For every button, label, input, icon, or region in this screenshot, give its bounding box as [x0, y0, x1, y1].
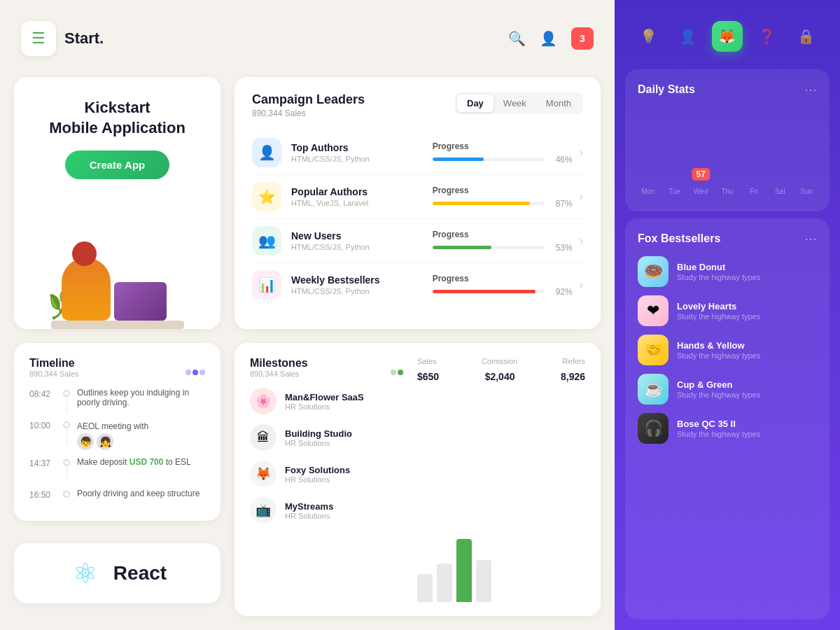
search-icon[interactable]: 🔍 — [508, 30, 526, 47]
leader-row: ⭐ Popular Authors HTML, VueJS, Laravel P… — [252, 175, 583, 219]
progress-bar-bg — [433, 158, 545, 161]
user-icon[interactable]: 👤 — [540, 30, 557, 47]
daily-stats-title: Daily Stats — [638, 83, 695, 96]
progress-bar-fill — [433, 202, 530, 205]
person-panel-icon[interactable]: 👤 — [673, 21, 704, 52]
progress-bar-bg — [433, 290, 545, 293]
timeline-line — [66, 428, 67, 444]
leader-row: 👥 New Users HTML/CSS/JS, Python Progress… — [252, 219, 583, 263]
stats-sales-value: $650 — [417, 371, 439, 382]
milestone-name: Building Studio — [285, 428, 352, 439]
fox-active-icon[interactable]: 🦊 — [712, 21, 743, 52]
tab-day[interactable]: Day — [457, 94, 493, 112]
milestone-item: 🦊 Foxy Solutions HR Solutions — [250, 461, 403, 487]
timeline-circle — [63, 459, 70, 466]
leader-tags: HTML/CSS/JS, Python — [291, 155, 433, 163]
chevron-right-icon[interactable]: › — [580, 146, 583, 159]
timeline-time: 10:00 — [29, 421, 56, 430]
milestone-item: 📺 MyStreams HR Solutions — [250, 497, 403, 524]
chart-bar-highlight — [456, 539, 472, 602]
fox-bestsellers-title: Fox Bestsellers — [638, 232, 720, 245]
monitor-shape — [114, 282, 167, 321]
campaign-title: Campaign Leaders — [252, 92, 365, 107]
stats-header-sales: Sales — [417, 357, 437, 365]
chart-label-fri: Fri — [743, 188, 764, 195]
timeline-dot-active — [192, 370, 198, 375]
progress-bar-fill — [433, 158, 484, 161]
lock-panel-icon[interactable]: 🔒 — [791, 21, 822, 52]
milestone-tag: HR Solutions — [285, 402, 364, 411]
timeline-card: Timeline 890,344 Sales 08:42 — [14, 343, 220, 521]
milestone-name: Man&Flower SaaS — [285, 392, 364, 402]
chart-label-sat: Sat — [770, 188, 791, 195]
timeline-text: AEOL meeting with — [77, 421, 148, 431]
create-app-button[interactable]: Create App — [65, 150, 169, 179]
leader-name: Top Authors — [291, 142, 433, 153]
timeline-item: 16:50 Poorly driving and keep structure — [29, 489, 205, 500]
lightbulb-icon[interactable]: 💡 — [633, 21, 664, 52]
timeline-text: Poorly driving and keep structure — [77, 489, 205, 498]
chevron-right-icon[interactable]: › — [580, 190, 583, 203]
timeline-time: 16:50 — [29, 490, 56, 500]
milestone-icon-mystreams: 📺 — [250, 497, 276, 524]
timeline-item: 14:37 Make deposit USD 700 to ESL — [29, 457, 205, 482]
tab-group: Day Week Month — [455, 92, 583, 114]
progress-label: Progress — [433, 186, 469, 195]
react-logo-icon — [68, 556, 103, 591]
chart-label-tue: Tue — [664, 188, 685, 195]
fox-thumb-lovely-hearts: ❤ — [638, 295, 668, 326]
timeline-time: 14:37 — [29, 458, 56, 468]
progress-bar-bg — [433, 202, 545, 205]
panel-icon-row: 💡 👤 🦊 ❓ 🔒 — [615, 0, 840, 62]
progress-label: Progress — [433, 141, 469, 151]
milestone-name: Foxy Solutions — [285, 465, 350, 475]
fox-thumb-cup-green: ☕ — [638, 374, 668, 405]
leader-icon-weekly-bestsellers: 📊 — [252, 270, 281, 300]
fox-item-name: Blue Donut — [677, 262, 760, 272]
tab-week[interactable]: Week — [493, 94, 536, 112]
chart-label-wed: Wed — [690, 188, 711, 195]
leader-row: 👤 Top Authors HTML/CSS/JS, Python Progre… — [252, 131, 583, 175]
tab-month[interactable]: Month — [536, 94, 581, 112]
chevron-right-icon[interactable]: › — [580, 279, 583, 291]
daily-stats-menu-icon[interactable]: ⋯ — [804, 82, 817, 97]
right-panel: 💡 👤 🦊 ❓ 🔒 Daily Stats ⋯ 57 — [615, 0, 840, 630]
stats-refers-value: 8,926 — [561, 371, 585, 382]
left-bottom-col: Timeline 890,344 Sales 08:42 — [14, 343, 220, 616]
help-panel-icon[interactable]: ❓ — [751, 21, 782, 52]
milestone-item: 🏛 Building Studio HR Solutions — [250, 424, 403, 451]
kickstart-title: Kickstart Mobile Application — [49, 98, 186, 138]
progress-percent: 87% — [550, 199, 573, 209]
leader-icon-new-users: 👥 — [252, 226, 281, 255]
timeline-circle — [63, 390, 70, 397]
illustration: 🌿 — [48, 224, 188, 329]
progress-bar-fill — [433, 246, 492, 249]
fox-item-name: Lovely Hearts — [677, 301, 760, 312]
milestone-name: MyStreams — [285, 501, 333, 512]
fox-menu-icon[interactable]: ⋯ — [804, 231, 817, 246]
brand-name: Start. — [64, 29, 104, 48]
chart-bar — [417, 574, 433, 602]
react-label: React — [113, 562, 167, 584]
daily-stats-chart: 57 Mon Tue Wed Thu — [638, 108, 817, 199]
progress-bar-fill — [433, 290, 536, 293]
milestone-tag: HR Solutions — [285, 475, 350, 484]
timeline-circle — [63, 491, 70, 498]
notification-badge[interactable]: 3 — [571, 27, 594, 50]
stats-header-refers: Refers — [563, 357, 585, 365]
chevron-right-icon[interactable]: › — [580, 234, 583, 247]
timeline-line — [66, 466, 67, 482]
timeline-dot — [200, 370, 205, 375]
campaign-leaders-card: Campaign Leaders 890,344 Sales Day Week … — [234, 77, 601, 329]
chart-label-thu: Thu — [717, 188, 738, 195]
stats-commission-value: $2,040 — [485, 371, 515, 382]
leader-name: New Users — [291, 230, 433, 241]
avatar: 👧 — [97, 433, 113, 450]
fox-thumb-bose-qc35: 🎧 — [638, 413, 668, 444]
react-banner: React — [14, 543, 220, 603]
leader-row: 📊 Weekly Bestsellers HTML/CSS/JS, Python… — [252, 263, 583, 307]
fox-item-name: Bose QC 35 II — [677, 419, 760, 429]
fox-item-subtitle: Study the highway types — [677, 391, 760, 399]
header: ☰ Start. 🔍 👤 3 — [0, 0, 615, 77]
chart-bar — [476, 560, 491, 602]
